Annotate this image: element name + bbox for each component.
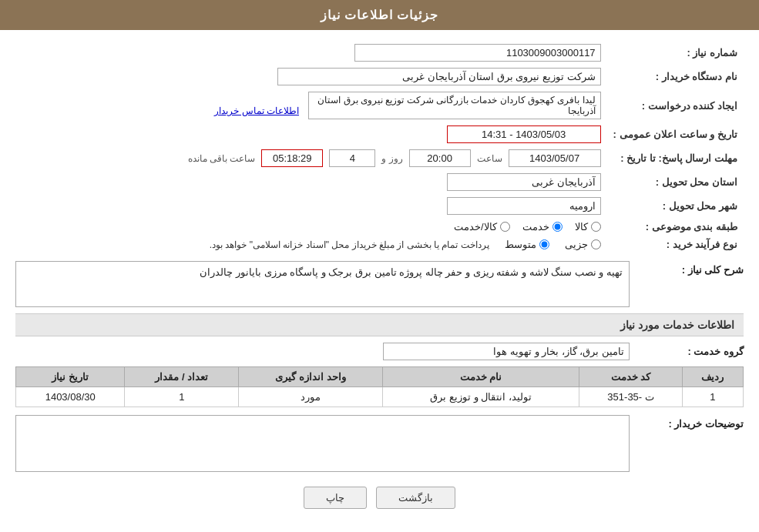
city-field: ارومیه [447,197,601,215]
col-code: کد خدمت [579,367,682,387]
creator-label: ایجاد کننده درخواست : [607,89,744,122]
table-row: 1 ت -35-351 تولید، انتقال و توزیع برق مو… [16,387,744,407]
info-table: شماره نیاز : 1103009003000117 نام دستگاه… [15,41,744,253]
cell-row: 1 [682,387,743,407]
city-value: ارومیه [15,194,607,218]
service-group-field: تامین برق، گاز، بخار و تهویه هوا [383,343,630,360]
category-options: کالا خدمت کالا/خدمت [15,218,607,236]
province-label: استان محل تحویل : [607,170,744,194]
province-value: آذربایجان غربی [15,170,607,194]
deadline-row: 1403/05/07 ساعت 20:00 روز و 4 05:18:29 س… [15,146,607,170]
buyer-org-field: شرکت توزیع نیروی برق استان آذربایجان غرب… [277,68,601,85]
deadline-remain-field: 05:18:29 [261,149,323,167]
col-name: نام خدمت [382,367,579,387]
purchase-motavasset-label: متوسط [505,239,536,250]
need-description-field: تهیه و نصب سنگ لاشه و شفته ریزی و حفر چا… [15,261,630,307]
category-khadamat-option[interactable]: خدمت [522,221,563,233]
category-kala-khadamat-radio[interactable] [500,222,510,232]
announce-label: تاریخ و ساعت اعلان عمومی : [607,122,744,146]
category-kala-khadamat-label: کالا/خدمت [454,221,497,233]
buyer-desc-textarea[interactable] [15,415,630,472]
province-field: آذربایجان غربی [447,173,601,191]
creator-field: لیدا بافری کهجوق کاردان خدمات بازرگانی ش… [308,92,601,119]
purchase-type-note: پرداخت تمام یا بخشی از مبلغ خریداز محل "… [210,239,489,250]
cell-unit: مورد [239,387,382,407]
col-quantity: تعداد / مقدار [125,367,239,387]
deadline-time-field: 20:00 [409,149,471,167]
deadline-time-label: ساعت [477,153,502,164]
category-kala-radio[interactable] [591,222,601,232]
service-group-label: گروه خدمت : [636,346,744,357]
col-unit: واحد اندازه گیری [239,367,382,387]
deadline-date-field: 1403/05/07 [509,149,601,167]
col-date: تاریخ نیاز [16,367,125,387]
deadline-label: مهلت ارسال پاسخ: تا تاریخ : [607,146,744,170]
purchase-jozi-radio[interactable] [591,239,601,249]
deadline-remain-label: ساعت باقی مانده [188,153,256,164]
footer-buttons: بازگشت چاپ [15,487,744,509]
category-khadamat-label: خدمت [522,221,549,233]
creator-value: لیدا بافری کهجوق کاردان خدمات بازرگانی ش… [15,89,607,122]
need-desc-label: شرح کلی نیاز : [636,261,744,276]
announce-date-field: 1403/05/03 - 14:31 [447,125,601,143]
service-table: ردیف کد خدمت نام خدمت واحد اندازه گیری ت… [15,366,744,407]
announce-value: 1403/05/03 - 14:31 [15,122,607,146]
cell-date: 1403/08/30 [16,387,125,407]
need-number-value: 1103009003000117 [15,41,607,65]
purchase-motavasset-radio[interactable] [539,239,549,249]
purchase-type-label: نوع فرآیند خرید : [607,236,744,253]
purchase-motavasset-option[interactable]: متوسط [505,239,549,250]
cell-code: ت -35-351 [579,387,682,407]
page-header: جزئیات اطلاعات نیاز [0,0,759,30]
buyer-desc-label: توضیحات خریدار : [636,415,744,430]
category-kala-khadamat-option[interactable]: کالا/خدمت [454,221,510,233]
page-title: جزئیات اطلاعات نیاز [321,8,439,22]
city-label: شهر محل تحویل : [607,194,744,218]
print-button[interactable]: چاپ [304,487,367,509]
need-number-field: 1103009003000117 [354,44,601,62]
buyer-org-value: شرکت توزیع نیروی برق استان آذربایجان غرب… [15,65,607,89]
need-number-label: شماره نیاز : [607,41,744,65]
category-khadamat-radio[interactable] [552,222,563,232]
service-section-title: اطلاعات خدمات مورد نیاز [15,313,744,336]
buyer-org-label: نام دستگاه خریدار : [607,65,744,89]
creator-contact-link[interactable]: اطلاعات تماس خریدار [214,105,299,116]
deadline-days-label: روز و [381,153,402,164]
col-row: ردیف [682,367,743,387]
deadline-days-field: 4 [329,149,375,167]
cell-quantity: 1 [125,387,239,407]
category-kala-label: کالا [575,221,588,233]
purchase-jozi-label: جزیی [565,239,588,250]
cell-name: تولید، انتقال و توزیع برق [382,387,579,407]
category-kala-option[interactable]: کالا [575,221,601,233]
purchase-jozi-option[interactable]: جزیی [565,239,601,250]
category-label: طبقه بندی موضوعی : [607,218,744,236]
back-button[interactable]: بازگشت [376,487,455,509]
purchase-type-row: جزیی متوسط پرداخت تمام یا بخشی از مبلغ خ… [15,236,607,253]
